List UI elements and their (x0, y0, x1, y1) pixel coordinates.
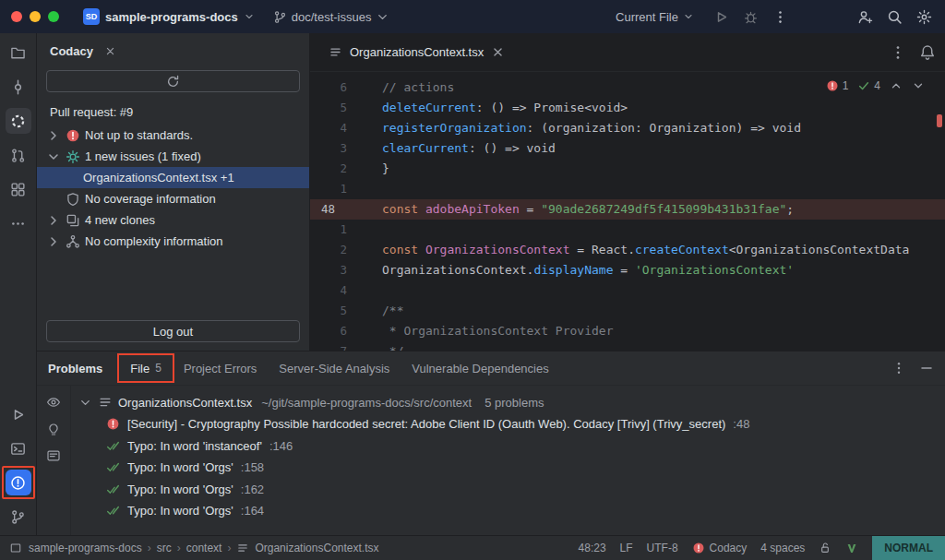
problem-item[interactable]: [Security] - Cryptography Possible hardc… (71, 413, 945, 435)
view-options-eye-icon[interactable] (46, 395, 61, 410)
indent-status[interactable]: 4 spaces (760, 542, 805, 554)
panel-options-icon[interactable] (891, 361, 906, 375)
terminal-icon (10, 441, 26, 457)
tool-strip-project-button[interactable] (6, 40, 31, 66)
tool-strip-commit-button[interactable] (6, 74, 31, 100)
settings-button[interactable] (912, 5, 936, 29)
close-window-button[interactable] (11, 11, 22, 22)
caret-position[interactable]: 48:23 (579, 542, 606, 554)
breadcrumb-item[interactable]: sample-programs-docs (29, 542, 142, 554)
tree-item-label: No coverage information (85, 192, 216, 206)
logout-button[interactable]: Log out (46, 320, 300, 342)
tree-item-label: 1 new issues (1 fixed) (85, 149, 201, 163)
code-line[interactable]: 48const adobeApiToken = "90ade2687249df5… (310, 199, 945, 220)
code-line[interactable]: 5deleteCurrent: () => Promise<void> (310, 98, 945, 118)
code-line[interactable]: 7 */ (310, 341, 945, 351)
project-icon: SD (83, 8, 100, 25)
checks-icon (106, 439, 120, 453)
tool-strip-more-button[interactable] (6, 210, 31, 236)
codacy-tree-item[interactable]: 4 new clones (37, 209, 309, 231)
codacy-tree-item[interactable]: OrganizationsContext.tsx +1 (37, 167, 309, 188)
preview-card-icon[interactable] (46, 448, 61, 463)
breadcrumb-item[interactable]: OrganizationsContext.tsx (255, 542, 378, 554)
run-icon (713, 9, 729, 25)
problem-item[interactable]: Typo: In word 'instanceof':146 (71, 435, 945, 458)
code-line[interactable]: 1 (310, 179, 945, 199)
tool-strip-git-button[interactable] (6, 504, 31, 530)
code-line[interactable]: 2} (310, 159, 945, 179)
editor-tab-bar: OrganizationsContext.tsx (310, 33, 945, 72)
debug-button[interactable] (738, 5, 762, 29)
tool-strip-codacy-button[interactable] (6, 108, 31, 134)
problems-tab-project-errors[interactable]: Project Errors (173, 351, 268, 385)
previous-problem-icon[interactable] (890, 79, 903, 92)
run-config-label: Current File (616, 10, 678, 24)
code-line[interactable]: 2const OrganizationsContext = React.crea… (310, 240, 945, 260)
refresh-button[interactable] (46, 70, 300, 92)
git-branch-icon (273, 10, 287, 24)
tool-strip-pull-requests-button[interactable] (6, 142, 31, 168)
tool-strip-structure-button[interactable] (6, 176, 31, 202)
codacy-status[interactable]: Codacy (692, 542, 748, 554)
problem-item[interactable]: Typo: In word 'Orgs':164 (71, 500, 945, 522)
problems-tab-server-side-analysis[interactable]: Server-Side Analysis (268, 351, 401, 385)
lock-open-icon[interactable] (819, 542, 831, 554)
breadcrumb: sample-programs-docs›src›context›Organiz… (29, 542, 378, 554)
code-line[interactable]: 5/** (310, 301, 945, 321)
code-text: clearCurrent: () => void (362, 138, 556, 159)
problem-item[interactable]: Typo: In word 'Orgs':162 (71, 479, 945, 501)
tool-strip-run-button[interactable] (6, 401, 31, 427)
run-button[interactable] (709, 5, 733, 29)
inspection-errors[interactable]: 1 (826, 79, 849, 92)
close-panel-icon[interactable] (104, 45, 116, 57)
problems-tab-file[interactable]: File5 (119, 351, 173, 385)
close-tab-icon[interactable] (491, 45, 505, 59)
code-line[interactable]: 1 (310, 220, 945, 240)
problems-tab-vulnerable-dependencies[interactable]: Vulnerable Dependencies (401, 351, 559, 385)
editor-options-icon[interactable] (890, 44, 906, 61)
codacy-tree-item[interactable]: Not up to standards. (37, 125, 309, 146)
codacy-tree-item[interactable]: No complexity information (37, 231, 309, 252)
codacy-panel-header: Codacy (37, 33, 309, 68)
line-number: 4 (310, 280, 362, 301)
problems-file-row[interactable]: OrganizationsContext.tsx ~/git/sample-pr… (71, 391, 945, 413)
project-selector[interactable]: SD sample-programs-docs (78, 6, 260, 28)
run-config-selector[interactable]: Current File (616, 10, 694, 24)
editor-tab[interactable]: OrganizationsContext.tsx (319, 33, 514, 71)
codacy-tree: Not up to standards.1 new issues (1 fixe… (37, 125, 309, 315)
next-problem-icon[interactable] (912, 79, 925, 92)
line-separator[interactable]: LF (620, 542, 633, 554)
breadcrumb-item[interactable]: context (186, 542, 222, 554)
inspection-ok[interactable]: 4 (857, 79, 880, 92)
error-icon (106, 417, 120, 431)
code-editor[interactable]: 6// actions5deleteCurrent: () => Promise… (310, 72, 945, 351)
inspections-widget[interactable]: 1 4 (826, 79, 925, 92)
search-everywhere-button[interactable] (882, 5, 906, 29)
more-actions-button[interactable] (768, 5, 792, 29)
code-line[interactable]: 4registerOrganization: (organization: Or… (310, 118, 945, 138)
code-line[interactable]: 3clearCurrent: () => void (310, 138, 945, 159)
error-stripe-mark[interactable] (937, 114, 942, 127)
tool-strip-terminal-button[interactable] (6, 435, 31, 461)
problems-icon (10, 475, 26, 491)
breadcrumb-item[interactable]: src (157, 542, 172, 554)
minimize-window-button[interactable] (30, 11, 41, 22)
problem-item[interactable]: Typo: In word 'Orgs':158 (71, 457, 945, 479)
codacy-tree-item[interactable]: 1 new issues (1 fixed) (37, 146, 309, 167)
notifications-bell-icon[interactable] (919, 44, 936, 61)
chevron-down-icon[interactable] (78, 396, 92, 410)
ideavim-icon[interactable] (845, 542, 858, 554)
codacy-tree-item[interactable]: No coverage information (37, 188, 309, 209)
code-with-me-button[interactable] (853, 5, 877, 29)
branch-selector[interactable]: doc/test-issues (266, 7, 398, 27)
tool-strip-problems-button[interactable] (6, 470, 31, 495)
code-line[interactable]: 6 * OrganizationsContext Provider (310, 321, 945, 341)
code-line[interactable]: 4 (310, 280, 945, 301)
file-encoding[interactable]: UTF-8 (647, 542, 678, 554)
problem-text: Typo: In word 'Orgs' (127, 483, 233, 496)
hide-panel-icon[interactable] (919, 361, 934, 375)
code-line[interactable]: 3OrganizationsContext.displayName = 'Org… (310, 260, 945, 280)
quick-fix-lightbulb-icon[interactable] (46, 422, 61, 436)
zoom-window-button[interactable] (48, 11, 59, 22)
error-icon (826, 79, 839, 92)
